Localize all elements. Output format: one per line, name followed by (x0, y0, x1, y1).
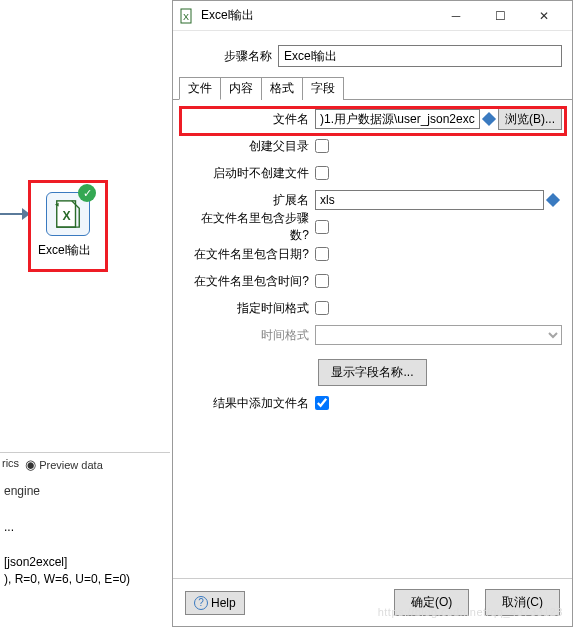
result-add-label: 结果中添加文件名 (183, 395, 315, 412)
canvas-area: X ✓ Excel输出 rics ◉ Preview data engine .… (0, 0, 170, 627)
dialog-title: Excel输出 (201, 7, 434, 24)
excel-output-dialog: X Excel输出 ─ ☐ ✕ 步骤名称 文件 内容 格式 字段 文件名 浏览(… (172, 0, 573, 627)
no-create-start-label: 启动时不创建文件 (183, 165, 315, 182)
step-name-label: 步骤名称 (183, 48, 278, 65)
log-line-2: ), R=0, W=6, U=0, E=0) (4, 572, 130, 586)
variable-icon[interactable] (482, 112, 496, 126)
tabs: 文件 内容 格式 字段 (173, 77, 572, 100)
create-dir-row: 创建父目录 (183, 135, 562, 157)
bottom-tabs: rics ◉ Preview data (0, 452, 170, 476)
tab-file[interactable]: 文件 (179, 77, 221, 100)
result-add-checkbox[interactable] (315, 396, 329, 410)
ext-label: 扩展名 (183, 192, 315, 209)
variable-icon[interactable] (546, 193, 560, 207)
result-add-row: 结果中添加文件名 (183, 392, 562, 414)
timefmt-field-label: 时间格式 (183, 327, 315, 344)
time-label: 在文件名里包含时间? (183, 273, 315, 290)
help-icon: ? (194, 596, 208, 610)
svg-text:X: X (62, 209, 71, 223)
show-fields-row: 显示字段名称... (183, 351, 562, 392)
timefmt-checkbox[interactable] (315, 301, 329, 315)
log-line-1: [json2excel] (4, 555, 67, 569)
maximize-button[interactable]: ☐ (478, 2, 522, 30)
eye-icon: ◉ (25, 457, 36, 472)
date-row: 在文件名里包含日期? (183, 243, 562, 265)
excel-file-icon: X (179, 8, 195, 24)
timefmt-select[interactable] (315, 325, 562, 345)
success-badge-icon: ✓ (78, 184, 96, 202)
create-dir-label: 创建父目录 (183, 138, 315, 155)
timefmt-label: 指定时间格式 (183, 300, 315, 317)
browse-button[interactable]: 浏览(B)... (498, 108, 562, 130)
node-label: Excel输出 (38, 242, 91, 259)
date-checkbox[interactable] (315, 247, 329, 261)
help-button[interactable]: ?Help (185, 591, 245, 615)
metrics-tab[interactable]: rics (2, 457, 19, 472)
stepnum-checkbox[interactable] (315, 220, 329, 234)
step-name-row: 步骤名称 (173, 31, 572, 77)
form-area: 文件名 浏览(B)... 创建父目录 启动时不创建文件 扩展名 在文件名里包含步… (173, 100, 572, 427)
stepnum-label: 在文件名里包含步骤数? (183, 210, 315, 244)
create-dir-checkbox[interactable] (315, 139, 329, 153)
close-button[interactable]: ✕ (522, 2, 566, 30)
filename-label: 文件名 (183, 111, 315, 128)
time-checkbox[interactable] (315, 274, 329, 288)
tab-fields[interactable]: 字段 (302, 77, 344, 100)
filename-input[interactable] (315, 109, 480, 129)
ellipsis-text: ... (4, 520, 14, 534)
step-name-input[interactable] (278, 45, 562, 67)
filename-row: 文件名 浏览(B)... (183, 108, 562, 130)
tab-content[interactable]: 内容 (220, 77, 262, 100)
excel-file-icon: X (53, 199, 83, 229)
date-label: 在文件名里包含日期? (183, 246, 315, 263)
stepnum-row: 在文件名里包含步骤数? (183, 216, 562, 238)
minimize-button[interactable]: ─ (434, 2, 478, 30)
show-field-names-button[interactable]: 显示字段名称... (318, 359, 426, 386)
ext-row: 扩展名 (183, 189, 562, 211)
titlebar: X Excel输出 ─ ☐ ✕ (173, 1, 572, 31)
ext-input[interactable] (315, 190, 544, 210)
svg-text:X: X (183, 12, 189, 22)
dialog-footer: ?Help 确定(O) 取消(C) (173, 578, 572, 626)
no-create-start-checkbox[interactable] (315, 166, 329, 180)
no-create-start-row: 启动时不创建文件 (183, 162, 562, 184)
timefmt-row: 指定时间格式 (183, 297, 562, 319)
timefmt-field-row: 时间格式 (183, 324, 562, 346)
watermark: https://blog.csdn.net/qq_43733123 (378, 606, 563, 618)
tab-format[interactable]: 格式 (261, 77, 303, 100)
engine-text: engine (4, 484, 40, 498)
time-row: 在文件名里包含时间? (183, 270, 562, 292)
preview-tab[interactable]: ◉ Preview data (25, 457, 103, 472)
